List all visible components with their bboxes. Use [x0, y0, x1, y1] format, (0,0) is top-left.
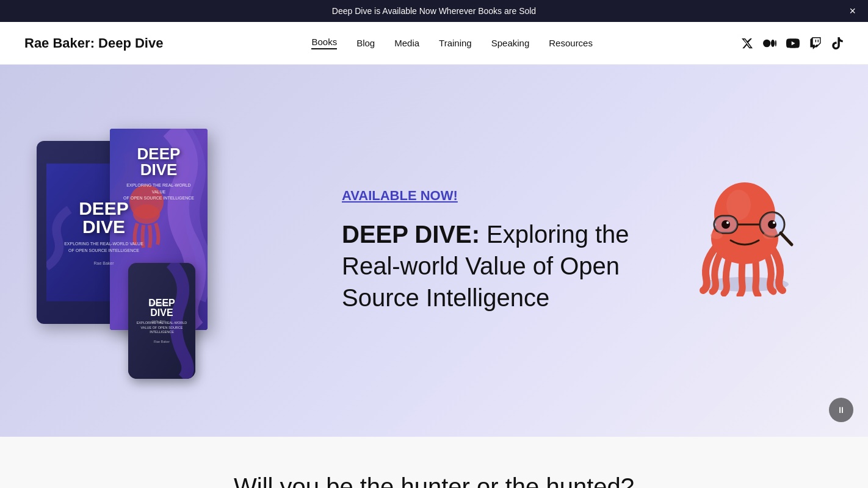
site-logo[interactable]: Rae Baker: Deep Dive — [24, 35, 163, 51]
nav-item-resources[interactable]: Resources — [549, 38, 593, 48]
site-header: Rae Baker: Deep Dive Books Blog Media Tr… — [0, 22, 868, 65]
below-hero-title: Will you be the hunter or the hunted? — [234, 473, 634, 488]
medium-icon[interactable] — [763, 37, 776, 50]
svg-line-14 — [781, 233, 792, 245]
svg-point-19 — [711, 232, 723, 239]
svg-point-18 — [773, 221, 775, 224]
nav-item-blog[interactable]: Blog — [356, 38, 375, 48]
youtube-icon[interactable] — [786, 37, 800, 50]
social-links — [741, 37, 844, 50]
svg-point-16 — [726, 221, 729, 224]
main-nav: Books Blog Media Training Speaking Resou… — [311, 37, 593, 49]
banner-text: Deep Dive is Available Now Wherever Book… — [332, 6, 536, 16]
twitter-icon[interactable] — [741, 37, 753, 49]
svg-point-17 — [768, 220, 776, 229]
svg-point-15 — [722, 220, 730, 229]
book-display: DEEP DIVE EXPLORING THE REAL-WORLD VALUE… — [37, 129, 305, 373]
nav-item-training[interactable]: Training — [439, 38, 472, 48]
twitch-icon[interactable] — [809, 37, 822, 49]
nav-item-books[interactable]: Books — [311, 37, 337, 49]
hero-title: DEEP DIVE: Exploring the Real-world Valu… — [342, 218, 635, 314]
banner-close-button[interactable]: × — [849, 5, 856, 16]
svg-point-20 — [763, 232, 775, 239]
announcement-banner: Deep Dive is Available Now Wherever Book… — [0, 0, 868, 22]
pause-button[interactable]: ⏸ — [829, 398, 853, 422]
hero-content: AVAILABLE NOW! DEEP DIVE: Exploring the … — [305, 188, 671, 314]
hero-title-bold: DEEP DIVE: — [342, 221, 480, 248]
book-phone-device: DEEP DIVE EXPLORING THE REAL-WORLDVALUE … — [128, 263, 195, 379]
available-now-label[interactable]: AVAILABLE NOW! — [342, 188, 635, 204]
hero-section: DEEP DIVE EXPLORING THE REAL-WORLD VALUE… — [0, 65, 868, 437]
nav-item-media[interactable]: Media — [394, 38, 419, 48]
octopus-illustration — [673, 150, 819, 296]
tiktok-icon[interactable] — [831, 37, 844, 49]
below-hero-section: Will you be the hunter or the hunted? — [0, 437, 868, 488]
nav-item-speaking[interactable]: Speaking — [491, 38, 530, 48]
